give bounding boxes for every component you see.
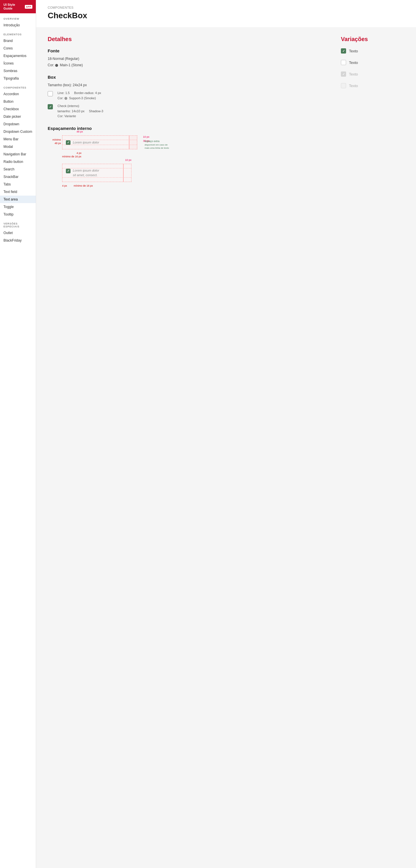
checkbox-unchecked-demo[interactable] — [48, 91, 53, 96]
sidebar-item-date-picker[interactable]: Date picker — [0, 113, 36, 120]
check-cor: Cor: Variante — [58, 114, 103, 119]
variacao-unchecked-enabled: Texto — [341, 60, 405, 65]
right-area — [129, 136, 138, 149]
box-details-unchecked: Line: 1.5 Border-radius: 4 px Cor: Suppo… — [58, 91, 101, 101]
sidebar-item-checkbox[interactable]: Checkbox — [0, 105, 36, 113]
box-cor: Cor: Support-3 (Smoke) — [58, 96, 101, 101]
section-label-componentes: COMPONENTES — [0, 82, 36, 90]
sidebar-item-menu-bar[interactable]: Menu Bar — [0, 135, 36, 143]
sidebar-item-radio-button[interactable]: Radio button — [0, 158, 36, 165]
sidebar-item-search[interactable]: Search — [0, 165, 36, 173]
section-label-overview: OVERVIEW — [0, 13, 36, 22]
sidebar-item-brand[interactable]: Brand — [0, 37, 36, 44]
sidebar-item-espacamentos[interactable]: Espaçamentos — [0, 52, 36, 60]
section-label-elementos: ELEMENTOS — [0, 29, 36, 37]
variacao-unchecked-disabled: Texto — [341, 83, 405, 88]
box-size: Tamanho (box): 24x24 px — [48, 83, 323, 88]
sidebar-item-icones[interactable]: Ícones — [0, 60, 36, 67]
sidebar-item-dropdown[interactable]: Dropdown — [0, 120, 36, 128]
sidebar-item-tabs[interactable]: Tabs — [0, 181, 36, 188]
box-demo-unchecked: Line: 1.5 Border-radius: 4 px Cor: Suppo… — [48, 91, 323, 101]
sidebar: UI Style Guide APP OVERVIEW Introdução E… — [0, 0, 36, 868]
color-dot-main1 — [55, 64, 58, 67]
breadcrumb: COMPONENTES — [48, 6, 405, 9]
variacao-label-2: Texto — [349, 60, 358, 65]
section-label-versoes: VERSÕES ESPECIAIS — [0, 218, 36, 229]
sidebar-item-sombras[interactable]: Sombras — [0, 67, 36, 75]
box-details-checked: Check (interno) tamanho: 14x10 px Shadow… — [58, 103, 103, 119]
checkbox-checked-demo[interactable] — [48, 104, 53, 110]
check-title: Check (interno) — [58, 103, 103, 109]
spacing-diagram-single: 48 px mínimo 48 px Lorem — [62, 135, 137, 149]
demo-text-single: Lorem ipsum dolor — [73, 141, 99, 144]
detalhes-section: Detalhes Fonte 18-Normal (Regular) Cor: … — [48, 36, 323, 182]
bottom-line — [62, 145, 137, 145]
variacao-cb-checked-disabled — [341, 71, 346, 77]
spacing-checkbox-checked — [66, 140, 70, 145]
sidebar-item-introducao[interactable]: Introdução — [0, 22, 36, 29]
anno-right-10: 10 px — [143, 135, 149, 139]
demo-row-single: Lorem ipsum dolor — [65, 140, 135, 145]
anno-green-extra: espaço extra disponível em caso de mais … — [145, 140, 169, 150]
sidebar-item-modal[interactable]: Modal — [0, 143, 36, 151]
top-line — [62, 140, 137, 140]
sidebar-item-tipografia[interactable]: Tipografia — [0, 75, 36, 82]
color-dot-support3 — [64, 97, 67, 100]
espacamento-section: Espaçamento interno 48 px mínimo 48 px — [48, 126, 323, 182]
variacao-label-4: Texto — [349, 84, 358, 88]
check-size-shadow: tamanho: 14x10 px Shadow-3 — [58, 109, 103, 114]
main-content: COMPONENTES CheckBox Detalhes Fonte 18-N… — [36, 0, 416, 868]
variacao-checked-disabled: Texto — [341, 71, 405, 77]
bottom-line-multi — [62, 177, 131, 178]
sidebar-item-text-field[interactable]: Text field — [0, 188, 36, 195]
sidebar-item-button[interactable]: Button — [0, 98, 36, 105]
cor-value: Main-1 (Stone) — [60, 63, 82, 67]
sidebar-item-blackfriday[interactable]: BlackFriday — [0, 237, 36, 244]
variacao-cb-unchecked[interactable] — [341, 60, 346, 65]
app-badge: APP — [25, 5, 32, 9]
variacao-cb-checked[interactable] — [341, 48, 346, 54]
sidebar-item-snackbar[interactable]: SnackBar — [0, 173, 36, 181]
sidebar-item-accordion[interactable]: Accordion — [0, 90, 36, 98]
anno-bottom-4: 4 px — [76, 152, 81, 155]
page-title: CheckBox — [48, 11, 405, 20]
demo-row-multi: Lorem ipsum dolor sit amet, consect. — [65, 168, 129, 178]
detalhes-title: Detalhes — [48, 36, 323, 42]
spacing-box-multi: Lorem ipsum dolor sit amet, consect. — [62, 164, 132, 182]
sidebar-item-tooltip[interactable]: Tooltip — [0, 211, 36, 218]
sidebar-item-dropdown-custom[interactable]: Dropdown Custom — [0, 128, 36, 135]
sidebar-item-outlet[interactable]: Outlet — [0, 229, 36, 237]
variacao-label-3: Texto — [349, 72, 358, 76]
top-line-multi — [62, 168, 131, 168]
fonte-size-weight: 18-Normal (Regular) — [48, 56, 323, 61]
anno-multi-min: mínimo de 16 px — [74, 184, 93, 187]
sidebar-item-toggle[interactable]: Toggle — [0, 203, 36, 211]
box-line: Line: 1.5 Border-radius: 4 px — [58, 91, 101, 96]
variacao-cb-unchecked-disabled — [341, 83, 346, 88]
box-title: Box — [48, 75, 323, 80]
sidebar-item-cores[interactable]: Cores — [0, 44, 36, 52]
anno-top-48: 48 px — [76, 130, 83, 133]
box-demo-checked: Check (interno) tamanho: 14x10 px Shadow… — [48, 103, 323, 119]
spacing-checkbox-multi — [66, 169, 70, 173]
right-area-multi — [123, 164, 132, 182]
espacamento-title: Espaçamento interno — [48, 126, 323, 131]
anno-left-min: mínimo 48 px — [49, 138, 61, 145]
sidebar-item-text-area[interactable]: Text area — [0, 195, 36, 203]
sidebar-header: UI Style Guide APP — [0, 0, 36, 13]
fonte-section: Fonte 18-Normal (Regular) Cor: Main-1 (S… — [48, 48, 323, 68]
box-section: Box Tamanho (box): 24x24 px Line: 1.5 Bo… — [48, 75, 323, 119]
page-header: COMPONENTES CheckBox — [36, 0, 416, 27]
anno-multi-top: 10 px — [125, 159, 132, 161]
cor-label2: Cor: — [58, 96, 64, 100]
sidebar-item-navigation-bar[interactable]: Navigation Bar — [0, 151, 36, 158]
spacing-diagram-multi: 10 px Lorem ipsum dolor sit amet, consec… — [62, 164, 132, 182]
demo-text-multi: Lorem ipsum dolor sit amet, consect. — [73, 168, 99, 178]
variacoes-title: Variações — [341, 36, 405, 42]
fonte-cor: Cor: Main-1 (Stone) — [48, 62, 323, 68]
sidebar-title: UI Style Guide — [3, 3, 23, 10]
variacao-label-1: Texto — [349, 49, 358, 53]
fonte-title: Fonte — [48, 48, 323, 53]
variacao-checked-enabled: Texto — [341, 48, 405, 54]
anno-multi-bottom-4: 4 px — [62, 184, 67, 187]
